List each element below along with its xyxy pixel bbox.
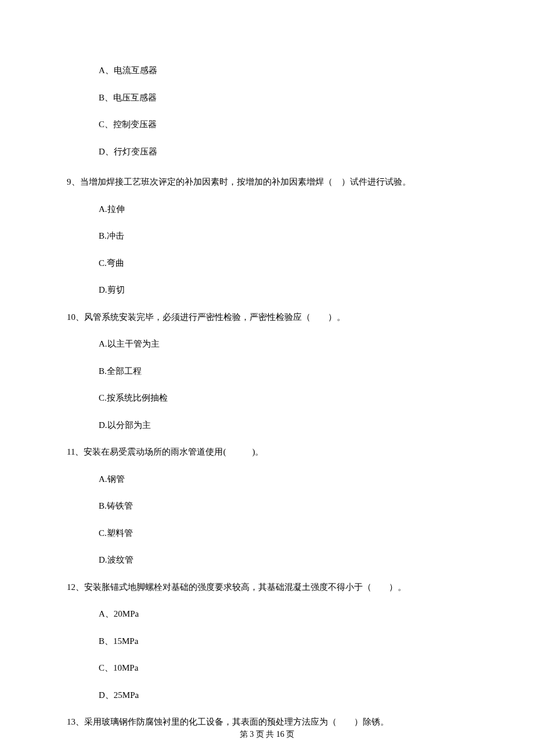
q10-option-c: C.按系统比例抽检 (67, 391, 467, 405)
q9-option-c: C.弯曲 (67, 257, 467, 270)
q9-option-a: A.拉伸 (67, 203, 467, 216)
page-footer: 第 3 页 共 16 页 (0, 729, 534, 740)
q11-option-d: D.波纹管 (67, 553, 467, 567)
q10-option-a: A.以主干管为主 (67, 337, 467, 351)
q12-option-a: A、20MPa (67, 607, 467, 621)
q12-option-d: D、25MPa (67, 689, 467, 702)
q12-option-b: B、15MPa (67, 635, 467, 648)
q9-text: 9、当增加焊接工艺班次评定的补加因素时，按增加的补加因素增焊（ ）试件进行试验。 (67, 175, 467, 189)
q8-option-b: B、电压互感器 (67, 91, 467, 105)
q13-text: 13、采用玻璃钢作防腐蚀衬里的化工设备，其表面的预处理方法应为（ ）除锈。 (67, 715, 467, 729)
q9-option-d: D.剪切 (67, 283, 467, 297)
q11-option-b: B.铸铁管 (67, 499, 467, 513)
page-content: A、电流互感器 B、电压互感器 C、控制变压器 D、行灯变压器 9、当增加焊接工… (0, 0, 534, 729)
q10-option-b: B.全部工程 (67, 365, 467, 378)
q8-option-d: D、行灯变压器 (67, 145, 467, 159)
q8-option-c: C、控制变压器 (67, 118, 467, 131)
q10-option-d: D.以分部为主 (67, 419, 467, 432)
q12-text: 12、安装胀锚式地脚螺栓对基础的强度要求较高，其基础混凝土强度不得小于（ ）。 (67, 581, 467, 594)
q9-option-b: B.冲击 (67, 229, 467, 243)
q10-text: 10、风管系统安装完毕，必须进行严密性检验，严密性检验应（ ）。 (67, 311, 467, 324)
q11-option-c: C.塑料管 (67, 527, 467, 540)
q8-option-a: A、电流互感器 (67, 64, 467, 77)
q12-option-c: C、10MPa (67, 661, 467, 675)
q11-text: 11、安装在易受震动场所的雨水管道使用( )。 (67, 445, 467, 459)
q11-option-a: A.钢管 (67, 473, 467, 486)
